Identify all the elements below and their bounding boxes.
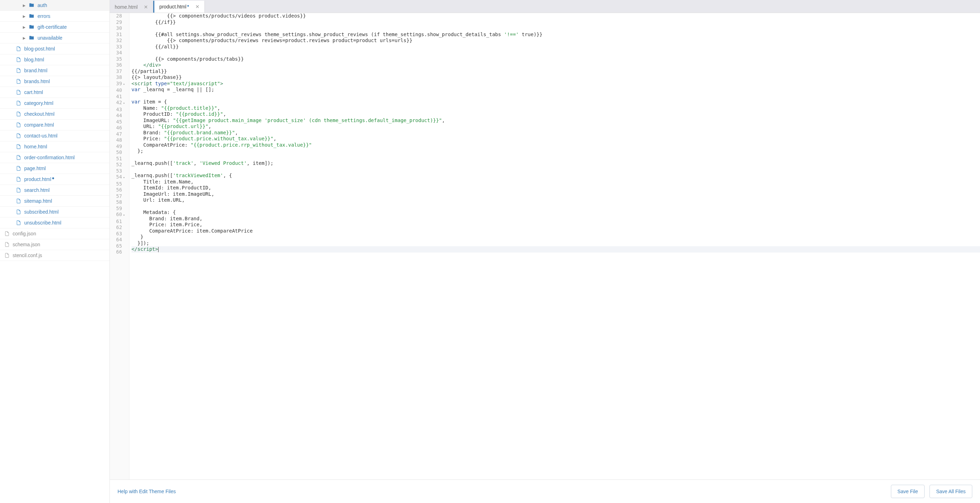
code-line[interactable]: Price: "{{product.price.without_tax.valu… [132, 136, 980, 142]
tab-label: home.html [115, 4, 137, 10]
code-line[interactable]: {{/all}} [132, 44, 980, 50]
folder-label: gift-certificate [38, 24, 67, 30]
file-item[interactable]: subscribed.html [0, 207, 110, 218]
code-line[interactable]: Metadata: { [132, 209, 980, 216]
code-line[interactable]: </div> [132, 62, 980, 68]
file-item[interactable]: blog-post.html [0, 43, 110, 54]
folder-label: errors [38, 13, 51, 19]
editor-main: home.html✕product.html•✕ 282930313233343… [110, 0, 980, 503]
code-line[interactable]: {{> components/products/reviews reviews=… [132, 38, 980, 44]
code-line[interactable]: {{> components/products/videos product.v… [132, 13, 980, 19]
file-icon [16, 133, 21, 138]
code-line[interactable] [132, 93, 980, 99]
file-label: subscribed.html [24, 209, 59, 215]
close-icon[interactable]: ✕ [196, 4, 200, 10]
code-line[interactable] [132, 204, 980, 210]
code-line[interactable]: ImageURL: "{{getImage product.main_image… [132, 118, 980, 124]
code-line[interactable]: }]); [132, 240, 980, 247]
file-item[interactable]: stencil.conf.js [0, 250, 110, 261]
file-label: search.html [24, 187, 49, 193]
editor-footer: Help with Edit Theme Files Save File Sav… [110, 479, 980, 503]
fold-triangle-icon[interactable]: ▾ [122, 81, 125, 88]
fold-triangle-icon[interactable]: ▾ [122, 212, 125, 218]
code-line[interactable]: var _learnq = _learnq || []; [132, 87, 980, 93]
code-line[interactable]: {{/partial}} [132, 68, 980, 75]
file-item[interactable]: home.html [0, 142, 110, 152]
code-line[interactable] [132, 154, 980, 161]
code-line[interactable]: _learnq.push(['trackViewedItem', { [132, 173, 980, 179]
chevron-right-icon: ▶ [23, 25, 26, 29]
code-line[interactable]: CompareAtPrice: item.CompareAtPrice [132, 228, 980, 234]
file-icon [16, 89, 21, 95]
folder-item[interactable]: ▶auth [0, 0, 110, 11]
file-item[interactable]: search.html [0, 185, 110, 196]
file-item[interactable]: blog.html [0, 54, 110, 65]
code-line[interactable]: }; [132, 148, 980, 154]
code-line[interactable]: </script> [132, 246, 980, 253]
code-line[interactable]: {{> layout/base}} [132, 74, 980, 81]
file-icon [16, 111, 21, 117]
editor-tab[interactable]: home.html✕ [110, 2, 153, 13]
folder-icon [29, 13, 35, 19]
file-icon [16, 155, 21, 160]
file-label: home.html [24, 144, 47, 150]
code-line[interactable]: ImageUrl: item.ImageURL, [132, 191, 980, 197]
code-line[interactable]: } [132, 234, 980, 240]
code-line[interactable] [132, 50, 980, 56]
folder-item[interactable]: ▶gift-certificate [0, 22, 110, 33]
save-file-button[interactable]: Save File [891, 485, 924, 498]
file-item[interactable]: category.html [0, 98, 110, 109]
code-line[interactable]: Name: "{{product.title}}", [132, 105, 980, 111]
fold-triangle-icon[interactable]: ▾ [122, 175, 125, 181]
code-line[interactable]: Brand: item.Brand, [132, 216, 980, 222]
code-line[interactable]: ItemId: item.ProductID, [132, 185, 980, 191]
code-line[interactable]: CompareAtPrice: "{{product.price.rrp_wit… [132, 142, 980, 148]
code-line[interactable]: var item = { [132, 99, 980, 105]
code-line[interactable]: <script type="text/javascript"> [132, 81, 980, 87]
file-item[interactable]: checkout.html [0, 109, 110, 119]
file-label: page.html [24, 166, 46, 171]
file-item[interactable]: brands.html [0, 76, 110, 87]
editor-tab[interactable]: product.html•✕ [153, 1, 205, 13]
code-line[interactable]: ProductID: "{{product.id}}", [132, 111, 980, 118]
code-line[interactable]: Url: item.URL, [132, 197, 980, 204]
folder-item[interactable]: ▶unavailable [0, 33, 110, 43]
file-label: cart.html [24, 89, 43, 95]
file-icon [16, 100, 21, 106]
code-line[interactable]: {{> components/products/tabs}} [132, 56, 980, 62]
code-line[interactable]: Price: item.Price, [132, 222, 980, 228]
file-label: brands.html [24, 79, 50, 84]
code-editor[interactable]: 282930313233343536373839▾404142▾43444546… [110, 13, 980, 479]
file-item[interactable]: order-confirmation.html [0, 152, 110, 163]
code-content[interactable]: {{> components/products/videos product.v… [129, 13, 980, 479]
close-icon[interactable]: ✕ [144, 4, 148, 10]
folder-item[interactable]: ▶errors [0, 11, 110, 22]
file-item[interactable]: config.json [0, 228, 110, 239]
code-line[interactable]: _learnq.push(['track', 'Viewed Product',… [132, 160, 980, 167]
save-all-files-button[interactable]: Save All Files [929, 485, 972, 498]
file-label: unsubscribe.html [24, 220, 61, 226]
tab-label: product.html [159, 4, 186, 10]
file-item[interactable]: schema.json [0, 239, 110, 250]
code-line[interactable]: Brand: "{{product.brand.name}}", [132, 130, 980, 136]
code-line[interactable] [132, 167, 980, 173]
file-item[interactable]: brand.html [0, 65, 110, 76]
help-link[interactable]: Help with Edit Theme Files [118, 489, 176, 494]
fold-triangle-icon[interactable]: ▾ [122, 100, 125, 107]
file-item[interactable]: page.html [0, 163, 110, 174]
file-item[interactable]: compare.html [0, 119, 110, 131]
code-line[interactable]: {{/if}} [132, 19, 980, 25]
code-line[interactable]: {{#all settings.show_product_reviews the… [132, 32, 980, 38]
file-icon [16, 57, 21, 62]
file-item[interactable]: contact-us.html [0, 131, 110, 142]
file-item[interactable]: sitemap.html [0, 196, 110, 207]
file-icon [16, 166, 21, 171]
code-line[interactable] [132, 25, 980, 32]
file-item[interactable]: product.html• [0, 174, 110, 185]
folder-icon [29, 2, 35, 8]
code-line[interactable]: Title: item.Name, [132, 179, 980, 185]
file-item[interactable]: cart.html [0, 87, 110, 98]
code-line[interactable]: URL: "{{product.url}}", [132, 124, 980, 130]
file-item[interactable]: unsubscribe.html [0, 218, 110, 228]
file-icon [16, 122, 21, 128]
